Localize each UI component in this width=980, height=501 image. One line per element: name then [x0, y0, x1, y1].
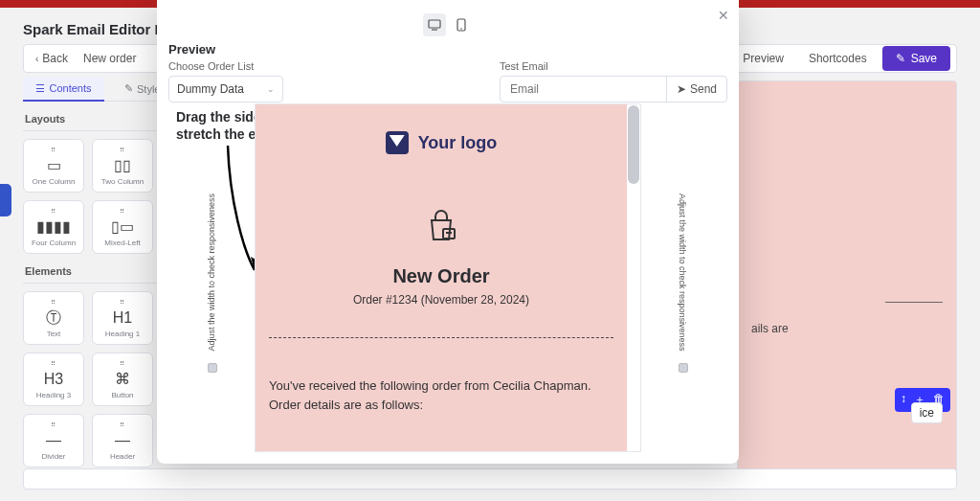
test-email-label: Test Email: [500, 60, 727, 72]
modal-overlay: ✕ Preview Choose Order List Dummy Data ⌄…: [0, 0, 980, 501]
email-heading: New Order: [269, 265, 613, 287]
send-icon: ➤: [677, 82, 686, 96]
chevron-down-icon: ⌄: [267, 84, 275, 94]
rail-label: Adjust the width to check responsiveness: [207, 194, 216, 352]
drag-handle-icon[interactable]: [679, 363, 688, 373]
mobile-icon: [457, 18, 466, 32]
svg-rect-0: [429, 20, 440, 28]
select-value: Dummy Data: [177, 82, 244, 96]
send-button[interactable]: ➤ Send: [666, 77, 726, 102]
mobile-mode-button[interactable]: [450, 13, 473, 36]
logo-icon: [386, 131, 409, 154]
rail-label: Adjust the width to check responsiveness: [678, 194, 687, 352]
scrollbar[interactable]: [628, 105, 639, 184]
order-line: Order #1234 (November 28, 2024): [269, 293, 613, 307]
left-resize-rail[interactable]: Adjust the width to check responsiveness: [207, 194, 218, 382]
choose-order-list-label: Choose Order List: [168, 60, 283, 72]
order-list-select[interactable]: Dummy Data ⌄: [168, 76, 283, 102]
divider: [269, 337, 613, 338]
test-email-input[interactable]: [501, 82, 666, 96]
preview-modal: ✕ Preview Choose Order List Dummy Data ⌄…: [157, 0, 739, 464]
desktop-mode-button[interactable]: [423, 13, 446, 36]
email-body-text: You've received the following order from…: [269, 376, 613, 414]
send-label: Send: [690, 82, 717, 96]
shopping-bag-icon: [269, 206, 613, 244]
email-preview: Your logo New Order Order #1234 (Novembe…: [256, 104, 627, 451]
preview-title: Preview: [168, 42, 739, 57]
logo-text: Your logo: [418, 133, 498, 153]
preview-scroll-area: Your logo New Order Order #1234 (Novembe…: [255, 103, 641, 452]
desktop-icon: [428, 19, 441, 31]
drag-handle-icon[interactable]: [208, 363, 217, 373]
close-icon[interactable]: ✕: [718, 8, 729, 23]
right-resize-rail[interactable]: Adjust the width to check responsiveness: [678, 194, 689, 382]
svg-point-3: [460, 28, 462, 30]
